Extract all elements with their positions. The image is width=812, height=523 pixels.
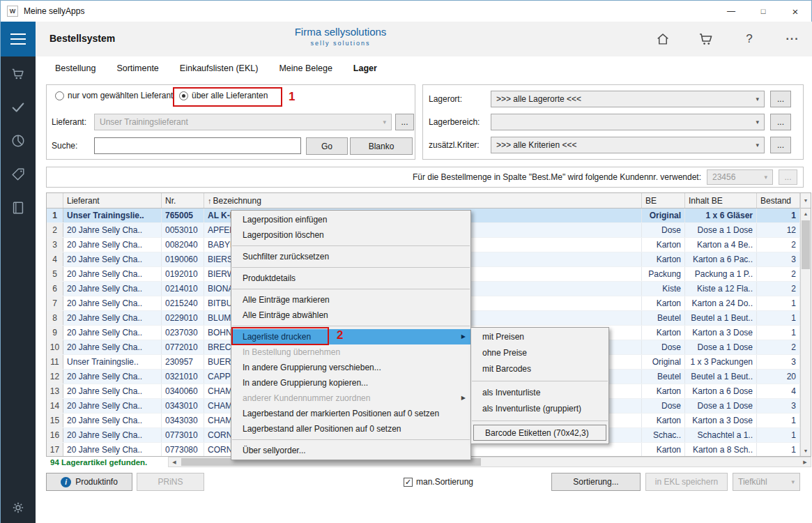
criteria-browse-button[interactable]: ...: [770, 137, 791, 153]
scroll-up-button[interactable]: ▲: [801, 209, 811, 219]
menu-item[interactable]: Alle Einträge markieren: [231, 292, 470, 308]
radio-icon: [55, 91, 64, 100]
chevron-down-icon: ▾: [791, 478, 795, 485]
menu-item[interactable]: Lagerbestand der markierten Positionen a…: [231, 406, 470, 421]
bottom-bar: i Produktinfo PRiNS ✓ man.Sortierung Sor…: [46, 473, 806, 492]
menu-item-label: Lagerbestand aller Positionen auf 0 setz…: [243, 424, 401, 434]
cell-rownum: 17: [47, 443, 63, 456]
window-title: Meine sellyApps: [24, 6, 84, 16]
close-button[interactable]: ×: [779, 1, 811, 22]
column-header-inhalt[interactable]: Inhalt BE: [685, 193, 757, 208]
go-button[interactable]: Go: [306, 137, 348, 155]
radio-single-supplier[interactable]: nur vom gewählten Lieferant: [55, 91, 173, 100]
menu-item-label: In andere Gruppierung verschieben...: [243, 363, 381, 372]
column-header-bestand[interactable]: Bestand: [757, 193, 800, 208]
storage-location-dropdown[interactable]: >>> alle Lagerorte <<< ▾: [491, 91, 765, 107]
supplier-label: Lieferant:: [52, 114, 86, 130]
storage-location-label: Lagerort:: [429, 91, 462, 107]
cart-icon[interactable]: [696, 29, 717, 50]
produktinfo-button[interactable]: i Produktinfo: [46, 473, 132, 491]
sidebar-piechart-icon[interactable]: [10, 132, 26, 149]
search-input[interactable]: [94, 137, 301, 154]
tab-meine-belege[interactable]: Meine Belege: [279, 63, 332, 73]
cell-lieferant: 20 Jahre Selly Cha..: [63, 326, 162, 340]
menu-item[interactable]: Über sellyorder...: [231, 443, 470, 458]
cell-lieferant: 20 Jahre Selly Cha..: [63, 370, 162, 384]
sortierung-button[interactable]: Sortierung...: [551, 473, 641, 491]
cell-nr: 0214010: [162, 282, 204, 296]
sidebar-tag-icon[interactable]: [10, 166, 26, 183]
cell-inhalt: Kiste a 12 Fla..: [685, 282, 757, 296]
man-sortierung-checkbox[interactable]: ✓ man.Sortierung: [404, 477, 473, 487]
grid-corner-icon: ▼: [801, 193, 811, 209]
menu-item[interactable]: In andere Gruppierung verschieben...: [231, 360, 470, 375]
tab-lager[interactable]: Lager: [353, 63, 377, 73]
column-header-label: Bezeichnung: [213, 196, 261, 206]
home-icon[interactable]: [652, 29, 673, 50]
menu-item[interactable]: Lagerposition löschen: [231, 227, 470, 243]
column-header-rownum[interactable]: [47, 193, 63, 208]
tab-sortimente[interactable]: Sortimente: [116, 63, 158, 73]
cell-rownum: 7: [47, 296, 63, 310]
column-header-lieferant[interactable]: Lieferant: [63, 193, 162, 208]
settings-gear-icon[interactable]: [10, 499, 26, 516]
supplier-dropdown[interactable]: Unser Trainingslieferant ▾: [94, 114, 392, 130]
tiefkuehl-dropdown: Tiefkühl ▾: [733, 473, 800, 491]
menu-item[interactable]: Lagerbestand aller Positionen auf 0 setz…: [231, 421, 470, 437]
tab-bestellung[interactable]: Bestellung: [55, 63, 95, 73]
customer-number-dropdown[interactable]: 23456 ▾: [707, 169, 773, 185]
menu-item[interactable]: ohne Preise: [471, 345, 608, 361]
hamburger-menu-button[interactable]: [1, 22, 36, 56]
column-header-nr[interactable]: Nr.: [162, 193, 204, 208]
storage-area-browse-button[interactable]: ...: [770, 114, 791, 130]
cell-inhalt: Karton a 3 Dose: [685, 326, 757, 340]
scroll-down-button[interactable]: ▼: [801, 446, 811, 456]
sidebar-check-icon[interactable]: [10, 99, 26, 116]
vertical-scrollbar-track[interactable]: [801, 219, 811, 446]
menu-item[interactable]: mit Barcodes: [471, 361, 608, 377]
cell-rownum: 5: [47, 267, 63, 281]
menu-item[interactable]: als Inventurliste (gruppiert): [471, 401, 608, 417]
vertical-scrollbar-thumb[interactable]: [802, 220, 810, 269]
cell-lieferant: 20 Jahre Selly Cha..: [63, 414, 162, 427]
storage-area-dropdown[interactable]: ▾: [491, 114, 765, 130]
menu-item[interactable]: als Inventurliste: [471, 385, 608, 401]
menu-item[interactable]: In andere Gruppierung kopieren...: [231, 375, 470, 391]
cell-nr: 0190060: [162, 252, 204, 266]
supplier-browse-button[interactable]: ...: [395, 114, 414, 130]
storage-location-browse-button[interactable]: ...: [770, 91, 791, 107]
cell-nr: 0340060: [162, 384, 204, 398]
menu-item-label: ohne Preise: [482, 348, 527, 358]
more-options-icon[interactable]: ···: [782, 29, 803, 50]
menu-item-label: Barcode Etiketten (70x42,3): [485, 428, 589, 438]
menu-item[interactable]: Suchfilter zurücksetzen: [231, 249, 470, 264]
menu-item[interactable]: Alle Einträge abwählen: [231, 308, 470, 323]
cell-rownum: 1: [47, 209, 63, 222]
menu-item[interactable]: Produktdetails: [231, 271, 470, 286]
menu-item[interactable]: mit Preisen: [471, 329, 608, 345]
cell-nr: 0772010: [162, 340, 204, 354]
blanko-button[interactable]: Blanko: [350, 137, 413, 155]
cell-lieferant: 20 Jahre Selly Cha..: [63, 238, 162, 252]
column-header-bezeichnung[interactable]: ↑ Bezeichnung: [204, 193, 642, 208]
scroll-left-button[interactable]: ◀: [169, 457, 180, 467]
cell-lieferant: 20 Jahre Selly Cha..: [63, 399, 162, 413]
menu-separator: [232, 245, 470, 246]
cell-inhalt: Schachtel a 1..: [685, 428, 757, 442]
cell-lieferant: 20 Jahre Selly Cha..: [63, 428, 162, 442]
minimize-button[interactable]: —: [715, 1, 747, 22]
sidebar-cart-icon[interactable]: [10, 66, 26, 82]
tab-einkaufslisten[interactable]: Einkaufslisten (EKL): [180, 63, 259, 73]
menu-item[interactable]: Barcode Etiketten (70x42,3): [473, 425, 606, 441]
sidebar-catalog-icon[interactable]: [10, 199, 26, 216]
sidebar: [1, 56, 36, 523]
cell-bestand: 3: [757, 355, 800, 369]
column-header-be[interactable]: BE: [642, 193, 685, 208]
menu-item[interactable]: Lagerposition einfügen: [231, 212, 470, 227]
criteria-dropdown[interactable]: >>> alle Kriterien <<< ▾: [491, 137, 765, 153]
maximize-button[interactable]: □: [747, 1, 779, 22]
context-submenu: mit Preisenohne Preisemit Barcodesals In…: [470, 327, 609, 444]
scroll-right-button[interactable]: ▶: [799, 457, 811, 467]
help-icon[interactable]: ?: [739, 29, 760, 50]
storage-location-value: >>> alle Lagerorte <<<: [496, 94, 581, 104]
